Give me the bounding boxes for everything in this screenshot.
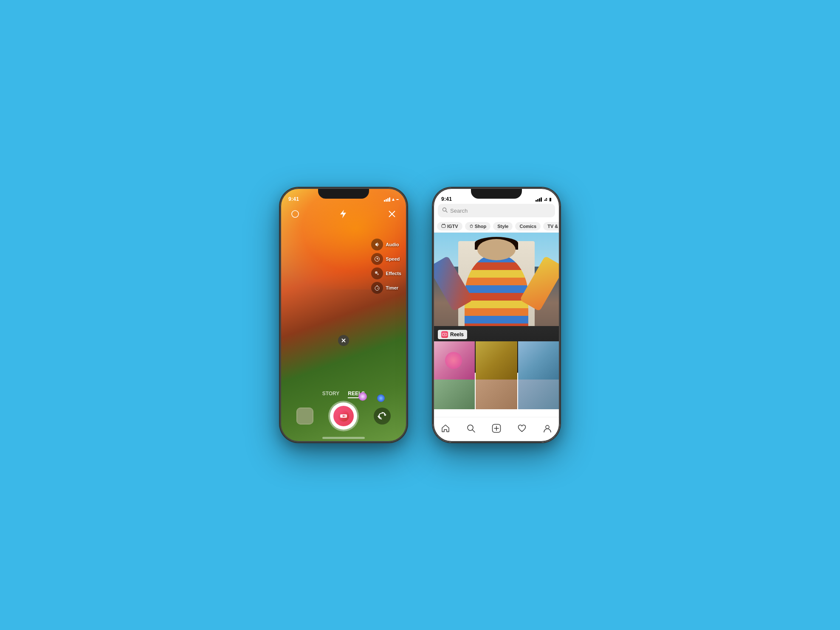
svg-point-7 [377, 273, 379, 275]
close-button[interactable] [385, 207, 399, 221]
explore-time: 9:41 [441, 196, 452, 202]
search-icon [442, 207, 448, 214]
svg-point-6 [375, 271, 378, 274]
sparkle-decoration-2 [375, 393, 386, 407]
audio-icon [371, 239, 383, 250]
explore-grid-row2 [433, 380, 560, 409]
speed-icon [371, 253, 383, 265]
svg-point-14 [377, 394, 385, 402]
nav-add[interactable] [489, 421, 504, 436]
camera-controls-row [280, 402, 407, 430]
svg-marker-26 [444, 334, 446, 335]
signal-icon [384, 197, 390, 202]
tab-igtv-label: IGTV [447, 224, 458, 229]
flash-button[interactable] [337, 207, 350, 221]
tab-style-label: Style [497, 224, 508, 229]
sparkle-decoration-1 [356, 390, 369, 406]
tab-style[interactable]: Style [493, 222, 513, 231]
grid-thumb-6[interactable] [518, 380, 560, 409]
nav-likes[interactable] [514, 421, 530, 436]
svg-rect-24 [444, 224, 445, 225]
tab-comics-label: Comics [519, 224, 536, 229]
svg-point-13 [358, 392, 367, 401]
dismiss-button[interactable] [338, 335, 349, 346]
story-mode[interactable]: STORY [322, 391, 340, 398]
gallery-button[interactable] [296, 408, 313, 425]
phone-camera: 9:41 ▴ [280, 188, 407, 442]
svg-point-32 [546, 425, 549, 429]
svg-line-28 [473, 430, 475, 432]
svg-rect-16 [297, 408, 313, 424]
tab-tv-movies[interactable]: TV & Movi… [543, 222, 560, 231]
effects-circle-button[interactable] [288, 207, 302, 221]
tab-comics[interactable]: Comics [515, 222, 541, 231]
explore-status-icons: ⊿ ▮ [536, 197, 552, 202]
nav-home[interactable] [438, 421, 453, 436]
grid-thumb-1[interactable] [433, 341, 475, 380]
effects-icon [371, 267, 383, 279]
camera-time: 9:41 [288, 196, 299, 202]
explore-tabs: IGTV Shop Style Comics [433, 220, 560, 233]
tab-tv-movies-label: TV & Movi… [547, 224, 560, 229]
search-bar[interactable]: Search [438, 204, 555, 217]
audio-control[interactable]: Audio [371, 239, 401, 250]
tab-shop-label: Shop [475, 224, 487, 229]
explore-screen: 9:41 ⊿ ▮ [433, 188, 560, 442]
grid-thumb-3[interactable] [518, 341, 560, 380]
explore-signal-icon [536, 197, 542, 202]
reels-section-label: Reels [438, 330, 467, 339]
timer-label: Timer [386, 285, 398, 290]
flip-camera-button[interactable] [374, 408, 391, 425]
effects-label: Effects [386, 271, 401, 276]
reels-text: Reels [450, 332, 464, 338]
speed-control[interactable]: Speed [371, 253, 401, 265]
camera-home-indicator [322, 437, 365, 439]
nav-profile[interactable] [540, 421, 555, 436]
svg-line-21 [446, 211, 448, 213]
record-inner [333, 406, 354, 426]
grid-thumb-4[interactable] [433, 380, 475, 409]
speed-label: Speed [386, 256, 400, 262]
camera-status-icons: ▴ [384, 197, 399, 202]
camera-right-controls: Audio Speed [371, 239, 401, 294]
tab-igtv[interactable]: IGTV [437, 222, 462, 231]
record-button[interactable] [330, 402, 357, 430]
grid-thumb-5[interactable] [476, 380, 518, 409]
reels-icon [441, 331, 448, 338]
phone-explore: 9:41 ⊿ ▮ [433, 188, 560, 442]
camera-top-bar [280, 207, 407, 221]
battery-icon [396, 199, 399, 200]
svg-rect-23 [443, 224, 443, 225]
grid-thumb-2[interactable] [476, 341, 518, 380]
wifi-icon: ▴ [392, 197, 395, 202]
explore-notch [471, 188, 522, 199]
effects-control[interactable]: Effects [371, 267, 401, 279]
explore-battery-icon: ▮ [549, 197, 552, 202]
svg-point-0 [292, 211, 299, 217]
camera-screen: 9:41 ▴ [280, 188, 407, 442]
timer-icon [371, 282, 383, 294]
timer-control[interactable]: Timer [371, 282, 401, 294]
search-placeholder: Search [450, 208, 468, 214]
page-background: 9:41 ▴ [0, 0, 840, 630]
audio-label: Audio [386, 242, 399, 247]
svg-rect-22 [442, 225, 445, 228]
explore-grid [433, 341, 560, 380]
explore-wifi-icon: ⊿ [544, 197, 547, 202]
phones-container: 9:41 ▴ [280, 188, 560, 442]
camera-bottom-controls: STORY REELS [280, 391, 407, 430]
camera-notch [318, 188, 369, 199]
explore-home-indicator [475, 437, 518, 439]
tab-shop[interactable]: Shop [465, 222, 491, 231]
nav-search[interactable] [463, 421, 479, 436]
person-head [477, 239, 516, 260]
